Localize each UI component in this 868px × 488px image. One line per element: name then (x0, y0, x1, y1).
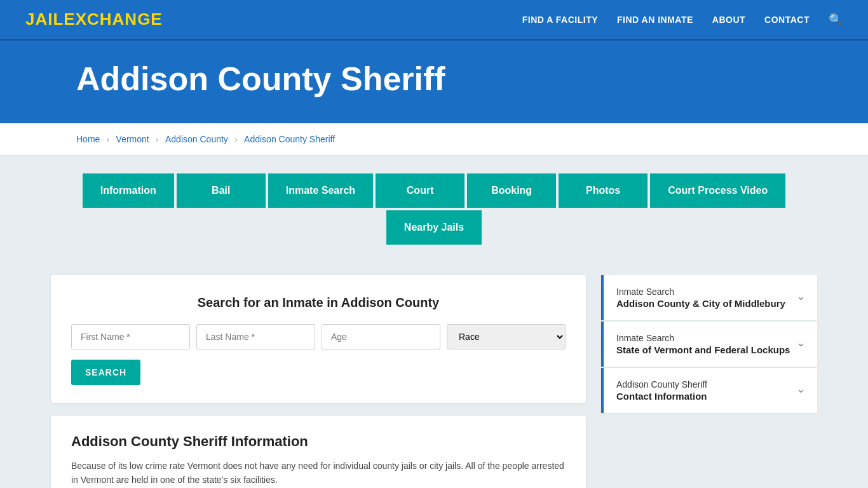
tab-photos[interactable]: Photos (559, 173, 648, 208)
sidebar-sublabel-1: Addison County & City of Middlebury (616, 298, 785, 309)
breadcrumb-addison-county[interactable]: Addison County (165, 134, 228, 144)
breadcrumb-current: Addison County Sheriff (244, 134, 335, 144)
search-button[interactable]: SEARCH (71, 360, 140, 385)
main-content: Search for an Inmate in Addison County R… (0, 262, 868, 488)
tab-inmate-search[interactable]: Inmate Search (268, 173, 373, 208)
info-heading: Addison County Sheriff Information (71, 433, 566, 450)
sidebar-label-1: Inmate Search (616, 287, 785, 297)
tabs-row2: Nearby Jails (51, 210, 817, 262)
brand-logo[interactable]: JAILEXCHANGE (25, 10, 163, 29)
chevron-down-icon-3: ⌄ (796, 382, 806, 396)
tabs-section: Information Bail Inmate Search Court Boo… (0, 156, 868, 262)
sidebar-label-3: Addison County Sheriff (616, 379, 707, 390)
search-fields: Race White Black Hispanic Asian Other (71, 324, 566, 349)
brand-part2: EXCHANGE (64, 10, 162, 29)
nav-contact[interactable]: CONTACT (764, 15, 810, 25)
nav-find-inmate[interactable]: FIND AN INMATE (617, 15, 693, 25)
tab-bail[interactable]: Bail (177, 173, 266, 208)
sidebar-label-2: Inmate Search (616, 333, 790, 343)
right-sidebar: Inmate Search Addison County & City of M… (601, 275, 817, 413)
tab-court[interactable]: Court (376, 173, 465, 208)
breadcrumb-sep3: › (234, 135, 237, 144)
left-column: Search for an Inmate in Addison County R… (51, 275, 586, 488)
breadcrumb-sep2: › (156, 135, 158, 144)
tab-information[interactable]: Information (83, 173, 174, 208)
hero-section: Addison County Sheriff (0, 41, 868, 123)
age-input[interactable] (322, 324, 440, 349)
chevron-down-icon-1: ⌄ (796, 289, 806, 303)
search-card: Search for an Inmate in Addison County R… (51, 275, 586, 403)
sidebar-item-text-3: Addison County Sheriff Contact Informati… (616, 379, 707, 402)
sidebar-item-inmate-search-state[interactable]: Inmate Search State of Vermont and Feder… (601, 322, 817, 367)
tab-booking[interactable]: Booking (467, 173, 556, 208)
sidebar-item-text-2: Inmate Search State of Vermont and Feder… (616, 333, 790, 355)
nav-find-facility[interactable]: FIND A FACILITY (522, 15, 598, 25)
breadcrumb-home[interactable]: Home (76, 134, 100, 144)
page-title: Addison County Sheriff (76, 60, 792, 98)
navbar-links: FIND A FACILITY FIND AN INMATE ABOUT CON… (522, 13, 843, 27)
breadcrumb: Home › Vermont › Addison County › Addiso… (0, 123, 868, 156)
chevron-down-icon-2: ⌄ (796, 336, 806, 349)
breadcrumb-sep1: › (107, 135, 109, 144)
race-select[interactable]: Race White Black Hispanic Asian Other (447, 324, 566, 349)
info-paragraph: Because of its low crime rate Vermont do… (71, 459, 566, 487)
sidebar-sublabel-2: State of Vermont and Federal Lockups (616, 344, 790, 355)
sidebar-sublabel-3: Contact Information (616, 391, 707, 402)
sidebar-item-contact-info[interactable]: Addison County Sheriff Contact Informati… (601, 368, 817, 413)
search-heading: Search for an Inmate in Addison County (71, 295, 566, 310)
tab-nearby-jails[interactable]: Nearby Jails (386, 210, 482, 245)
tab-court-process-video[interactable]: Court Process Video (650, 173, 785, 208)
last-name-input[interactable] (196, 324, 315, 349)
navbar: JAILEXCHANGE FIND A FACILITY FIND AN INM… (0, 0, 868, 41)
breadcrumb-vermont[interactable]: Vermont (116, 134, 149, 144)
sidebar-item-text-1: Inmate Search Addison County & City of M… (616, 287, 785, 309)
first-name-input[interactable] (71, 324, 190, 349)
tabs-row1: Information Bail Inmate Search Court Boo… (51, 173, 817, 208)
brand-part1: JAIL (25, 10, 64, 29)
search-icon[interactable]: 🔍 (829, 13, 843, 27)
nav-about[interactable]: ABOUT (712, 15, 745, 25)
info-card: Addison County Sheriff Information Becau… (51, 416, 586, 488)
sidebar-item-inmate-search-local[interactable]: Inmate Search Addison County & City of M… (601, 275, 817, 320)
